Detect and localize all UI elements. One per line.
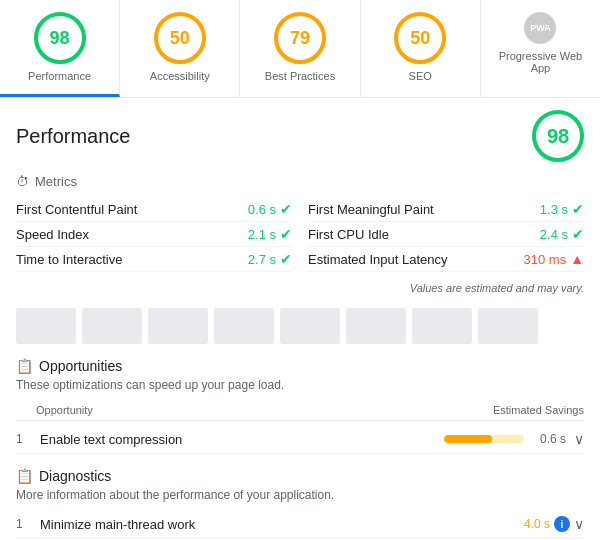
check-icon-fmp: ✔ xyxy=(572,201,584,217)
metric-value-fci: 2.4 s ✔ xyxy=(540,226,584,242)
check-icon-tti: ✔ xyxy=(280,251,292,267)
metrics-grid: First Contentful Paint 0.6 s ✔ Speed Ind… xyxy=(16,197,584,272)
metric-name-eil: Estimated Input Latency xyxy=(308,252,447,267)
thumb-7 xyxy=(412,308,472,344)
diagnostics-icon: 📋 xyxy=(16,468,33,484)
opportunities-header: 📋 Opportunities xyxy=(16,358,584,374)
performance-large-score: 98 xyxy=(532,110,584,162)
best-practices-score-circle: 79 xyxy=(274,12,326,64)
diag-row-1[interactable]: 1 Minimize main-thread work 4.0 s i ∨ xyxy=(16,510,584,539)
metrics-section: ⏱ Metrics First Contentful Paint 0.6 s ✔… xyxy=(16,174,584,294)
opp-num-1: 1 xyxy=(16,432,32,446)
opportunities-icon: 📋 xyxy=(16,358,33,374)
thumb-2 xyxy=(82,308,142,344)
warn-icon-eil: ▲ xyxy=(570,251,584,267)
thumb-8 xyxy=(478,308,538,344)
diag-name-1: Minimize main-thread work xyxy=(40,517,516,532)
diag-val-1: 4.0 s xyxy=(524,517,550,531)
col-savings: Estimated Savings xyxy=(493,404,584,416)
metric-name-tti: Time to Interactive xyxy=(16,252,122,267)
score-cards-row: 98 Performance 50 Accessibility 79 Best … xyxy=(0,0,600,98)
diag-num-1: 1 xyxy=(16,517,32,531)
metric-name-fci: First CPU Idle xyxy=(308,227,389,242)
metric-row-eil: Estimated Input Latency 310 ms ▲ xyxy=(308,247,584,272)
thumb-1 xyxy=(16,308,76,344)
opportunities-section: 📋 Opportunities These optimizations can … xyxy=(16,358,584,454)
check-icon-fcp: ✔ xyxy=(280,201,292,217)
metric-row-fcp: First Contentful Paint 0.6 s ✔ xyxy=(16,197,292,222)
metric-value-si: 2.1 s ✔ xyxy=(248,226,292,242)
info-icon-1[interactable]: i xyxy=(554,516,570,532)
metric-row-fci: First CPU Idle 2.4 s ✔ xyxy=(308,222,584,247)
seo-label: SEO xyxy=(409,70,432,82)
metric-row-fmp: First Meaningful Paint 1.3 s ✔ xyxy=(308,197,584,222)
performance-score-circle: 98 xyxy=(34,12,86,64)
thumb-5 xyxy=(280,308,340,344)
score-card-accessibility[interactable]: 50 Accessibility xyxy=(120,0,240,97)
metrics-col-2: First Meaningful Paint 1.3 s ✔ First CPU… xyxy=(308,197,584,272)
page-title: Performance xyxy=(16,125,131,148)
savings-val-1: 0.6 s xyxy=(530,432,566,446)
diagnostics-section: 📋 Diagnostics More information about the… xyxy=(16,468,584,540)
pwa-icon: PWA xyxy=(524,12,556,44)
thumb-6 xyxy=(346,308,406,344)
metric-row-tti: Time to Interactive 2.7 s ✔ xyxy=(16,247,292,272)
metric-name-fmp: First Meaningful Paint xyxy=(308,202,434,217)
main-content: Performance 98 ⏱ Metrics First Contentfu… xyxy=(0,98,600,540)
metric-name-fcp: First Contentful Paint xyxy=(16,202,137,217)
metrics-col-1: First Contentful Paint 0.6 s ✔ Speed Ind… xyxy=(16,197,292,272)
opportunities-desc: These optimizations can speed up your pa… xyxy=(16,378,584,392)
diag-chevron-1[interactable]: ∨ xyxy=(574,516,584,532)
thumb-4 xyxy=(214,308,274,344)
opp-savings-1: 0.6 s xyxy=(444,432,566,446)
performance-label: Performance xyxy=(28,70,91,82)
best-practices-label: Best Practices xyxy=(265,70,335,82)
metric-value-eil: 310 ms ▲ xyxy=(524,251,585,267)
timer-icon: ⏱ xyxy=(16,174,29,189)
check-icon-si: ✔ xyxy=(280,226,292,242)
diagnostics-desc: More information about the performance o… xyxy=(16,488,584,502)
metric-row-si: Speed Index 2.1 s ✔ xyxy=(16,222,292,247)
metric-value-tti: 2.7 s ✔ xyxy=(248,251,292,267)
opp-row-1[interactable]: 1 Enable text compression 0.6 s ∨ xyxy=(16,425,584,454)
savings-bar-1 xyxy=(444,435,492,443)
diagnostics-header: 📋 Diagnostics xyxy=(16,468,584,484)
opportunities-table-header: Opportunity Estimated Savings xyxy=(16,400,584,421)
thumb-3 xyxy=(148,308,208,344)
check-icon-fci: ✔ xyxy=(572,226,584,242)
metric-value-fmp: 1.3 s ✔ xyxy=(540,201,584,217)
score-card-seo[interactable]: 50 SEO xyxy=(361,0,481,97)
metrics-note: Values are estimated and may vary. xyxy=(16,282,584,294)
opp-chevron-1[interactable]: ∨ xyxy=(574,431,584,447)
score-card-performance[interactable]: 98 Performance xyxy=(0,0,120,97)
performance-header: Performance 98 xyxy=(16,110,584,162)
score-card-pwa[interactable]: PWA Progressive Web App xyxy=(481,0,600,97)
diag-actions-1: 4.0 s i ∨ xyxy=(524,516,584,532)
opp-name-1: Enable text compression xyxy=(40,432,436,447)
pwa-label: Progressive Web App xyxy=(489,50,592,74)
savings-bar-wrap-1 xyxy=(444,435,524,443)
accessibility-score-circle: 50 xyxy=(154,12,206,64)
col-opportunity: Opportunity xyxy=(16,404,493,416)
metrics-section-title: ⏱ Metrics xyxy=(16,174,584,189)
thumbnail-strip xyxy=(16,308,584,344)
accessibility-label: Accessibility xyxy=(150,70,210,82)
metric-value-fcp: 0.6 s ✔ xyxy=(248,201,292,217)
seo-score-circle: 50 xyxy=(394,12,446,64)
metric-name-si: Speed Index xyxy=(16,227,89,242)
score-card-best-practices[interactable]: 79 Best Practices xyxy=(240,0,360,97)
